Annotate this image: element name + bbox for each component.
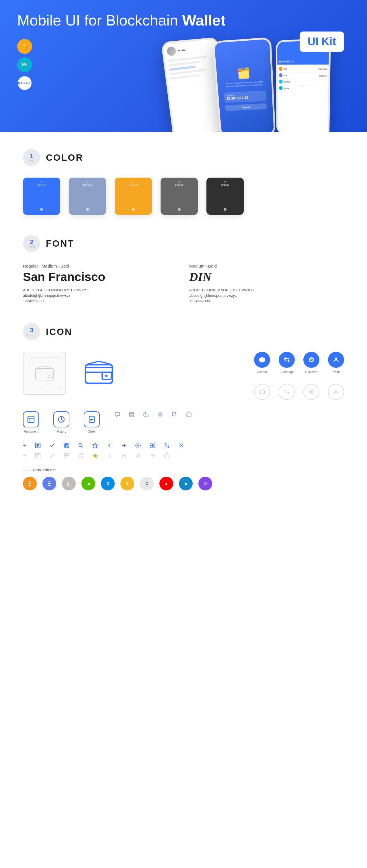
svg-point-32 [158,412,163,417]
color-swatch-dark[interactable]: #303030 [206,178,244,215]
zcash-icon[interactable]: Z [120,477,134,490]
chevron-left-icon[interactable] [106,442,113,448]
main-content: 1 ONE COLOR #3574FA #8DA0C8 #F5A623 #666… [0,132,367,528]
history-icon-box[interactable] [53,411,69,427]
color-swatch-blue[interactable]: #3574FA [23,178,60,215]
din-name: DIN [189,270,344,284]
ltc-icon[interactable]: Ł [62,477,76,490]
sf-numbers: 1234567890 [23,299,178,303]
history-icon-item: History [53,411,69,433]
profile-icon-ghost [328,384,344,400]
svg-point-22 [335,390,337,392]
sf-style-label: Regular · Medium · Bold [23,264,178,269]
share-icon[interactable] [121,442,127,448]
icon-wallet-filled [78,352,120,395]
svg-rect-41 [67,444,68,445]
order-icon-item: Order [84,411,100,433]
profile-icon-circle[interactable] [328,352,344,368]
ui-kit-badge: UI Kit [300,32,344,52]
close-icon[interactable] [178,442,185,448]
btc-icon[interactable]: ₿ [23,477,37,490]
icon-wireframe-inner [29,358,60,389]
svg-point-21 [311,391,312,393]
swap-icon[interactable] [164,442,170,448]
refresh-icon [78,453,84,459]
wallet-filled-svg [83,358,115,389]
icon-circle-row-filled: Assets Exchange Discover [254,352,344,374]
dash-icon[interactable]: D [101,477,115,490]
sf-name: San Francisco [23,270,178,284]
color-swatch-gray-blue[interactable]: #8DA0C8 [69,178,106,215]
management-icon-box[interactable] [23,411,39,427]
plus-icon[interactable]: + [23,442,27,449]
svg-rect-43 [64,446,66,447]
small-icon-row-1 [114,411,192,418]
hero-badges: Ps 60+ Screens [17,39,225,91]
blockchain-line [23,470,30,470]
matic-icon[interactable]: ⬡ [198,477,212,490]
color-swatch-orange[interactable]: #F5A623 [115,178,152,215]
svg-rect-44 [67,446,68,446]
hero-title-bold: Wallet [182,12,225,29]
hero-left-content: Mobile UI for Blockchain Wallet Ps 60+ [17,11,225,91]
font-din: Medium · Bold DIN ABCDEFGHIJKLMNOPQRSTUV… [189,264,344,303]
icon-profile-ghost [328,384,344,400]
svg-rect-9 [35,370,53,373]
order-icon-box[interactable] [84,411,100,427]
chat-icon [171,411,178,418]
utility-icons-row-1: + [23,442,344,449]
crypto-icons-row: ₿ Ξ Ł ◂ D Z ⬡ ▲ ◈ ⬡ [23,477,344,490]
din-lowercase: abcdefghijklmnopqrstuvwxyz [189,293,344,298]
color-number-badge: 1 ONE [23,149,40,166]
stack-icon [129,411,135,418]
icon-discover: Discover [303,352,319,374]
phone-right-screen: $6,297,502.12 BTC 788.2003 ETH [277,40,329,132]
color-swatch-gray[interactable]: #666666 [161,178,198,215]
chevron-left-outline-icon [106,453,113,459]
qr-icon[interactable] [63,442,70,448]
exchange-icon-circle[interactable] [279,352,295,368]
assets-label: Assets [257,370,266,374]
x-outline-icon [135,453,141,459]
icon-exchange: Exchange [279,352,295,374]
star-icon[interactable] [92,442,98,448]
screens-badge: 60+ Screens [17,75,32,91]
svg-point-35 [189,413,189,414]
import-icon[interactable] [149,442,156,448]
star-filled-icon [92,453,98,459]
qr-outline-icon [63,453,70,459]
discover-icon-circle[interactable] [303,352,319,368]
assets-icon-circle[interactable] [254,352,270,368]
neo-icon[interactable]: ◂ [81,477,95,490]
svg-rect-46 [67,447,68,448]
screens-label: Screens [23,82,34,85]
font-section-header: 2 TWO FONT [23,235,344,252]
search-icon[interactable] [78,442,84,448]
circle-icon [157,411,163,418]
circle-icons-container: Assets Exchange Discover [254,352,344,400]
check-outline-icon [49,453,55,459]
iota-icon[interactable]: ⬡ [140,477,154,490]
icon-section-header: 3 THREE ICON [23,323,344,340]
icon-profile: Profile [328,352,344,374]
assets-icon-ghost [254,384,270,400]
color-section-title: COLOR [46,152,83,163]
checkmark-icon[interactable] [49,442,55,448]
svg-point-31 [130,412,134,414]
sf-uppercase: ABCDEFGHIJKLMNOPQRSTUVWXYZ [23,288,178,292]
svg-point-11 [49,374,50,376]
svg-point-49 [137,444,139,446]
eth-icon[interactable]: Ξ [43,477,56,490]
edit-doc-icon[interactable] [35,442,41,448]
phone-right: $6,297,502.12 BTC 788.2003 ETH [276,38,331,132]
ark-icon[interactable]: ▲ [160,477,173,490]
discover-label: Discover [305,370,318,374]
blockchain-row: BlockChain Icon [23,468,344,472]
stratis-icon[interactable]: ◈ [179,477,193,490]
utility-icons-row-2: + [23,452,344,460]
icon-assets-ghost [254,384,270,400]
settings-icon[interactable] [135,442,141,448]
svg-rect-23 [28,416,34,423]
hero-section: Mobile UI for Blockchain Wallet Ps 60+ [0,0,367,132]
font-sf: Regular · Medium · Bold San Francisco AB… [23,264,178,303]
